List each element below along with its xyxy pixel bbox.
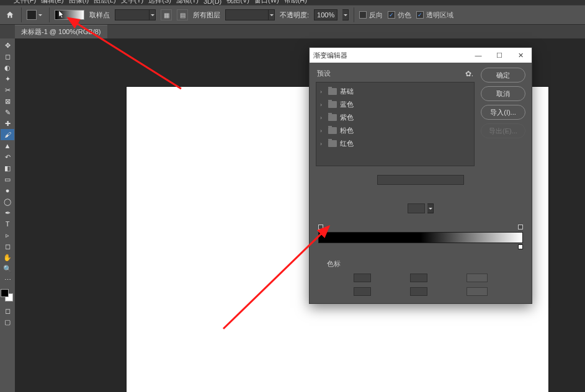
layers-dropdown-arrow[interactable] xyxy=(269,9,275,20)
hand-tool[interactable]: ✋ xyxy=(1,252,14,263)
transparency-checkbox[interactable]: ✓ 透明区域 xyxy=(416,11,453,20)
dialog-titlebar[interactable]: 渐变编辑器 — ☐ ✕ xyxy=(310,48,532,63)
preset-folder-label: 红色 xyxy=(340,139,354,148)
import-button[interactable]: 导入(I)... xyxy=(481,105,525,120)
path-tool[interactable]: ▹ xyxy=(1,229,14,241)
mode-icon-2[interactable]: ▤ xyxy=(177,9,188,20)
stop-controls-row-2 xyxy=(316,287,525,296)
preset-folder[interactable]: ›粉色 xyxy=(319,124,471,137)
transparency-label: 透明区域 xyxy=(426,11,453,20)
type-dropdown-arrow[interactable] xyxy=(427,203,434,213)
color-stop-right[interactable] xyxy=(518,244,523,249)
healing-tool[interactable]: ✚ xyxy=(1,118,14,129)
checkbox-box: ✓ xyxy=(416,11,424,19)
chevron-right-icon: › xyxy=(320,115,325,121)
document-tab[interactable]: 未标题-1 @ 100%(RGB/8) xyxy=(15,25,107,38)
close-button[interactable]: ✕ xyxy=(513,50,528,61)
menu-filter[interactable]: 滤镜(T) xyxy=(176,0,199,5)
menu-help[interactable]: 帮助(H) xyxy=(284,0,307,5)
location-control-1[interactable] xyxy=(410,274,427,282)
gradient-preview-bar[interactable] xyxy=(318,232,523,243)
minimize-button[interactable]: — xyxy=(471,50,486,61)
opacity-dropdown-arrow[interactable] xyxy=(342,9,349,20)
ok-button[interactable]: 确定 xyxy=(481,68,525,82)
blur-tool[interactable]: ● xyxy=(1,185,14,196)
gradient-name-input[interactable] xyxy=(377,175,464,185)
crop-tool[interactable]: ✂ xyxy=(1,84,14,96)
foreground-color[interactable] xyxy=(1,289,9,297)
export-button: 导出(E)... xyxy=(481,123,525,138)
opacity-value[interactable]: 100% xyxy=(317,11,334,19)
gradient-editor-dialog: 渐变编辑器 — ☐ ✕ 预设 ✿. ›基础 ›蓝色 ›紫色 ›粉色 ›红色 xyxy=(309,47,532,304)
menu-file[interactable]: 文件(F) xyxy=(14,0,36,5)
menu-edit[interactable]: 编辑(E) xyxy=(41,0,64,5)
gradient-picker[interactable] xyxy=(55,10,84,20)
frame-tool[interactable]: ⊠ xyxy=(1,96,14,107)
preset-folder[interactable]: ›基础 xyxy=(319,85,471,98)
mode-icon-1[interactable]: ▦ xyxy=(161,9,172,20)
menu-view[interactable]: 视图(V) xyxy=(226,0,249,5)
screen-mode[interactable]: ▢ xyxy=(1,316,14,327)
delete-stop-1[interactable] xyxy=(467,274,488,282)
pen-tool[interactable]: ✒ xyxy=(1,207,14,218)
zoom-tool[interactable]: 🔍 xyxy=(1,263,14,274)
opacity-control[interactable] xyxy=(354,274,371,282)
preset-folder[interactable]: ›红色 xyxy=(319,137,471,150)
dodge-tool[interactable]: ◯ xyxy=(1,196,14,207)
folder-icon xyxy=(328,127,337,134)
color-swatches[interactable] xyxy=(1,289,13,301)
opacity-stop-left[interactable] xyxy=(318,225,323,229)
layers-label: 所有图层 xyxy=(193,11,220,20)
menu-window[interactable]: 窗口(W) xyxy=(254,0,279,5)
preset-folder-label: 粉色 xyxy=(340,126,354,135)
chevron-right-icon: › xyxy=(320,141,325,147)
preset-folder-label: 紫色 xyxy=(340,113,354,122)
shape-tool[interactable]: ◻ xyxy=(1,241,14,252)
gradient-type-select[interactable] xyxy=(408,203,425,213)
gradient-tool[interactable]: ▭ xyxy=(1,174,14,185)
brush-tool[interactable]: 🖌 xyxy=(1,129,14,140)
gear-icon[interactable]: ✿. xyxy=(465,69,473,78)
marquee-tool[interactable]: ◻ xyxy=(1,51,14,62)
menu-layer[interactable]: 图层(L) xyxy=(94,0,115,5)
color-control[interactable] xyxy=(354,287,371,296)
location-control-2[interactable] xyxy=(410,287,427,296)
home-button[interactable] xyxy=(4,9,16,21)
menu-3d[interactable]: 3D(D) xyxy=(203,0,221,5)
reverse-label: 反向 xyxy=(369,11,383,20)
stamp-tool[interactable]: ▲ xyxy=(1,140,14,151)
sample-dropdown-arrow[interactable] xyxy=(150,9,156,20)
reverse-checkbox[interactable]: 反向 xyxy=(359,11,383,20)
tool-preset-picker[interactable] xyxy=(27,10,37,20)
color-stops-row[interactable] xyxy=(318,244,523,251)
opacity-stop-right[interactable] xyxy=(518,225,523,229)
opacity-stops-row[interactable] xyxy=(318,225,523,231)
eraser-tool[interactable]: ◧ xyxy=(1,163,14,174)
more-tools[interactable]: ⋯ xyxy=(1,274,14,285)
sample-input[interactable] xyxy=(115,9,150,20)
type-tool[interactable]: T xyxy=(1,218,14,229)
move-tool[interactable]: ✥ xyxy=(1,40,14,51)
delete-stop-2[interactable] xyxy=(467,287,488,296)
preset-folder[interactable]: ›紫色 xyxy=(319,111,471,124)
preset-folder-label: 蓝色 xyxy=(340,100,354,109)
menu-bar: 文件(F) 编辑(E) 图像(I) 图层(L) 文字(Y) 选择(S) 滤镜(T… xyxy=(0,0,585,5)
cancel-button[interactable]: 取消 xyxy=(481,86,525,101)
wand-tool[interactable]: ✦ xyxy=(1,73,14,84)
presets-list[interactable]: ›基础 ›蓝色 ›紫色 ›粉色 ›红色 xyxy=(316,82,475,166)
preset-folder[interactable]: ›蓝色 xyxy=(319,98,471,111)
dialog-title: 渐变编辑器 xyxy=(313,51,471,60)
menu-select[interactable]: 选择(S) xyxy=(148,0,171,5)
divider xyxy=(21,7,22,22)
menu-image[interactable]: 图像(I) xyxy=(69,0,89,5)
gradient-editor-track xyxy=(316,225,525,251)
history-brush-tool[interactable]: ↶ xyxy=(1,151,14,163)
maximize-button[interactable]: ☐ xyxy=(492,50,507,61)
menu-type[interactable]: 文字(Y) xyxy=(121,0,144,5)
lasso-tool[interactable]: ◐ xyxy=(1,62,14,73)
layers-input[interactable] xyxy=(225,9,269,20)
chevron-right-icon: › xyxy=(320,102,325,108)
eyedropper-tool[interactable]: ✎ xyxy=(1,107,14,118)
quick-mask[interactable]: ◻ xyxy=(1,305,14,316)
dither-checkbox[interactable]: ✓ 仿色 xyxy=(388,11,411,20)
